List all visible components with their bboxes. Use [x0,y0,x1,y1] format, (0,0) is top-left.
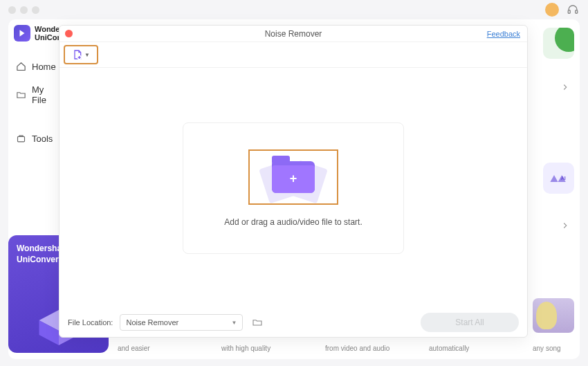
feedback-link[interactable]: Feedback [487,30,520,38]
dialog-body: + Add or drag a audio/video file to star… [59,68,527,308]
caption: with high quality [221,345,325,352]
caption: automatically [429,345,533,352]
traffic-light-minimize[interactable] [20,6,28,14]
chevron-right-icon[interactable] [558,80,573,95]
chevron-right-icon[interactable] [558,218,573,233]
browse-folder-button[interactable] [250,315,265,330]
drop-graphic: + [248,149,338,205]
bg-thumbnail [533,298,574,333]
sidebar-label: Home [32,62,56,72]
home-icon [15,61,26,72]
folder-add-icon: + [272,161,315,193]
sidebar: Home My File Tools [8,55,60,151]
close-icon[interactable] [65,30,73,37]
dialog-footer: File Location: Noise Remover ▼ Start All [59,308,527,337]
drop-zone[interactable]: + Add or drag a audio/video file to star… [183,122,404,254]
dialog-header: Noise Remover Feedback [59,26,527,42]
file-location-value: Noise Remover [126,318,178,327]
svg-rect-2 [17,136,24,142]
caption: from video and audio [325,345,429,352]
sidebar-item-myfile[interactable]: My File [8,79,60,111]
caption: and easier [118,345,221,352]
svg-rect-0 [568,10,570,14]
bg-tile-ai: AI [543,163,574,194]
caption: any song [533,345,574,352]
start-all-button[interactable]: Start All [421,313,519,332]
file-location-select[interactable]: Noise Remover ▼ [120,314,243,331]
sidebar-item-home[interactable]: Home [8,55,60,77]
user-avatar-icon[interactable] [545,3,559,17]
logo-icon [14,25,30,42]
folder-icon [15,89,26,100]
sidebar-item-tools[interactable]: Tools [8,127,60,149]
window-chrome [0,0,588,19]
drop-instruction: Add or drag a audio/video file to start. [224,217,362,227]
support-headset-icon[interactable] [566,3,580,17]
noise-remover-dialog: Noise Remover Feedback ▼ + Add or drag a… [59,25,528,338]
traffic-light-close[interactable] [8,6,16,14]
dialog-toolbar: ▼ [59,42,527,68]
chevron-down-icon: ▼ [232,320,237,326]
dialog-title: Noise Remover [59,29,527,39]
chevron-down-icon: ▼ [84,52,90,58]
bg-tile-green [543,28,574,59]
svg-rect-1 [576,10,578,14]
feature-captions: and easier with high quality from video … [118,345,574,352]
sidebar-label: My File [32,84,53,105]
add-file-icon [72,49,83,60]
svg-text:AI: AI [560,176,565,181]
add-file-button[interactable]: ▼ [64,45,98,64]
file-location-label: File Location: [68,318,113,327]
sidebar-label: Tools [32,134,53,144]
traffic-light-zoom[interactable] [32,6,39,14]
tools-icon [15,133,26,144]
